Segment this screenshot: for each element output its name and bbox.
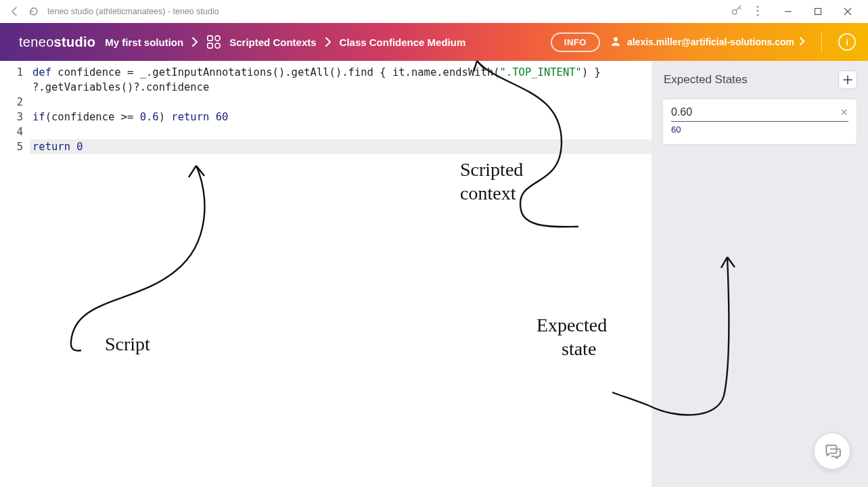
clear-state-button[interactable]: ✕ bbox=[836, 107, 848, 118]
code-line[interactable]: ?.getVariables()?.confidence bbox=[30, 80, 652, 95]
user-email: alexis.miller@artificial-solutions.com bbox=[627, 37, 794, 47]
expected-states-panel: Expected States ✕ 60 bbox=[652, 61, 868, 487]
line-number: 1 bbox=[0, 65, 23, 80]
line-number: 5 bbox=[0, 139, 23, 154]
refresh-button[interactable] bbox=[24, 2, 43, 21]
add-state-button[interactable] bbox=[838, 70, 857, 89]
info-button[interactable]: INFO bbox=[551, 32, 600, 52]
expected-state-result: 60 bbox=[671, 122, 848, 135]
code-line[interactable]: return 0 bbox=[30, 139, 652, 154]
window-controls bbox=[773, 1, 863, 22]
svg-point-1 bbox=[756, 5, 758, 7]
back-button[interactable] bbox=[5, 2, 24, 21]
window-title-bar: teneo studio (athleticmanatees) - teneo … bbox=[0, 0, 868, 23]
code-line[interactable]: def confidence = _.getInputAnnotations()… bbox=[30, 65, 652, 80]
code-editor[interactable]: 1 2345 def confidence = _.getInputAnnota… bbox=[0, 61, 652, 487]
minimize-button[interactable] bbox=[773, 1, 803, 22]
scripted-contexts-icon bbox=[206, 34, 221, 49]
expected-state-card: ✕ 60 bbox=[662, 99, 857, 145]
logo-bold: studio bbox=[54, 34, 96, 49]
chevron-right-icon bbox=[325, 37, 332, 47]
divider bbox=[821, 32, 822, 52]
line-gutter: 1 2345 bbox=[0, 61, 30, 487]
svg-point-7 bbox=[215, 36, 220, 41]
svg-point-10 bbox=[614, 37, 618, 41]
user-menu[interactable]: alexis.miller@artificial-solutions.com bbox=[610, 35, 805, 49]
window-title: teneo studio (athleticmanatees) - teneo … bbox=[47, 7, 219, 16]
svg-rect-6 bbox=[208, 36, 212, 41]
line-number: 2 bbox=[0, 95, 23, 110]
code-lines[interactable]: def confidence = _.getInputAnnotations()… bbox=[30, 61, 652, 487]
code-line[interactable] bbox=[30, 124, 652, 139]
line-number: 4 bbox=[0, 124, 23, 139]
key-icon[interactable] bbox=[730, 4, 744, 20]
info-icon[interactable]: i bbox=[838, 33, 856, 51]
line-number bbox=[0, 80, 23, 95]
code-line[interactable] bbox=[30, 95, 652, 110]
line-number: 3 bbox=[0, 110, 23, 124]
logo-light: teneo bbox=[19, 34, 54, 49]
close-button[interactable] bbox=[833, 1, 863, 22]
maximize-button[interactable] bbox=[803, 1, 833, 22]
code-line[interactable]: if(confidence >= 0.6) return 60 bbox=[30, 110, 652, 124]
chat-button[interactable] bbox=[814, 433, 850, 469]
app-logo[interactable]: teneostudio bbox=[19, 34, 95, 50]
user-icon bbox=[610, 35, 622, 49]
svg-point-3 bbox=[756, 14, 758, 16]
breadcrumb: My first solution Scripted Contexts Clas… bbox=[105, 34, 465, 49]
breadcrumb-solution[interactable]: My first solution bbox=[105, 37, 183, 48]
expected-state-input[interactable] bbox=[671, 106, 836, 118]
svg-point-9 bbox=[215, 43, 220, 48]
chevron-right-icon bbox=[191, 37, 198, 47]
svg-rect-8 bbox=[208, 43, 212, 48]
chevron-right-icon bbox=[800, 37, 805, 47]
main-content: 1 2345 def confidence = _.getInputAnnota… bbox=[0, 61, 868, 487]
svg-rect-5 bbox=[815, 9, 821, 15]
breadcrumb-section[interactable]: Scripted Contexts bbox=[229, 37, 316, 48]
kebab-menu-icon[interactable] bbox=[748, 5, 768, 18]
svg-point-2 bbox=[756, 9, 758, 11]
breadcrumb-current: Class Confidence Medium bbox=[340, 37, 466, 48]
app-header: teneostudio My first solution Scripted C… bbox=[0, 23, 868, 61]
expected-states-title: Expected States bbox=[664, 73, 748, 87]
